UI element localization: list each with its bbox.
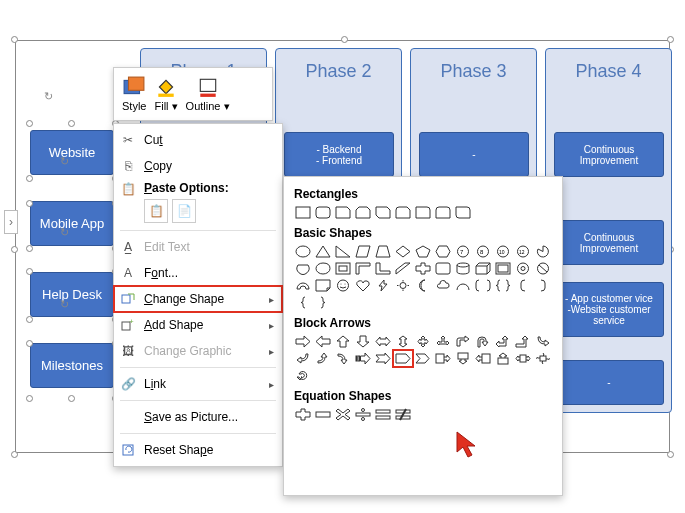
menu-add-shape[interactable]: +Add Shape▸ (114, 312, 282, 338)
shape-donut[interactable] (514, 261, 532, 276)
shape-arrow-circular[interactable] (294, 368, 312, 383)
shape-arrow-leftright[interactable] (374, 334, 392, 349)
shape-can[interactable] (454, 261, 472, 276)
style-button[interactable]: Style (122, 76, 146, 112)
shape-arrow-down-callout[interactable] (454, 351, 472, 366)
shape-snip-round[interactable] (394, 205, 412, 220)
shape-right-brace[interactable] (314, 295, 332, 310)
cell-continuous-2[interactable]: Continuous Improvement (554, 220, 664, 265)
menu-font[interactable]: AFont... (114, 260, 282, 286)
shape-right-bracket[interactable] (534, 278, 552, 293)
shape-arrow-right[interactable] (294, 334, 312, 349)
shape-arrow-up[interactable] (334, 334, 352, 349)
menu-copy[interactable]: ⎘Copy (114, 153, 282, 179)
cell-service[interactable]: - App customer vice -Website customer se… (554, 282, 664, 337)
shape-cloud[interactable] (434, 278, 452, 293)
shape-arrow-down[interactable] (354, 334, 372, 349)
shape-half-frame[interactable] (354, 261, 372, 276)
shape-plaque[interactable] (434, 261, 452, 276)
shape-chord[interactable] (294, 261, 312, 276)
shape-hexagon[interactable] (434, 244, 452, 259)
shape-arrow-quad[interactable] (414, 334, 432, 349)
rotate-handle[interactable]: ↻ (60, 155, 72, 167)
shape-divide[interactable] (354, 407, 372, 422)
paste-option-2[interactable]: 📄 (172, 199, 196, 223)
shape-sun[interactable] (394, 278, 412, 293)
shape-dodecagon[interactable]: 12 (514, 244, 532, 259)
menu-reset-shape[interactable]: Reset Shape (114, 437, 282, 463)
shape-trapezoid[interactable] (374, 244, 392, 259)
shape-round-single[interactable] (414, 205, 432, 220)
shape-arrow-quad-callout[interactable] (534, 351, 552, 366)
sel-handle[interactable] (68, 120, 75, 127)
sel-handle[interactable] (341, 36, 348, 43)
shape-snip-single[interactable] (334, 205, 352, 220)
shape-bevel[interactable] (494, 261, 512, 276)
shape-arrow-left-callout[interactable] (474, 351, 492, 366)
shape-arrow-curved-right[interactable] (534, 334, 552, 349)
cell-dash[interactable]: - (419, 132, 529, 177)
shape-arrow-chevron[interactable] (414, 351, 432, 366)
cell-continuous-1[interactable]: Continuous Improvement (554, 132, 664, 177)
sel-handle[interactable] (26, 200, 33, 207)
shape-equal[interactable] (374, 407, 392, 422)
shape-arrow-curved-down[interactable] (334, 351, 352, 366)
shape-diag-stripe[interactable] (394, 261, 412, 276)
shape-arrow-updown[interactable] (394, 334, 412, 349)
shape-arrow-pentagon[interactable] (394, 351, 412, 366)
paste-option-1[interactable]: 📋 (144, 199, 168, 223)
sel-handle[interactable] (26, 245, 33, 252)
rotate-handle[interactable]: ↻ (60, 298, 72, 310)
shape-cube[interactable] (474, 261, 492, 276)
side-labels-group[interactable]: Website Mobile App Help Desk Milestones (30, 130, 114, 414)
shape-round-same[interactable] (434, 205, 452, 220)
sel-handle[interactable] (11, 246, 18, 253)
shape-block-arc[interactable] (294, 278, 312, 293)
shape-round-diag[interactable] (454, 205, 472, 220)
menu-link[interactable]: 🔗Link▸ (114, 371, 282, 397)
expand-tab[interactable]: › (4, 210, 18, 234)
side-item-milestones[interactable]: Milestones (30, 343, 114, 388)
shape-arrow-striped[interactable] (354, 351, 372, 366)
sel-handle[interactable] (26, 395, 33, 402)
fill-button[interactable]: Fill ▾ (154, 76, 177, 113)
sel-handle[interactable] (68, 395, 75, 402)
sel-handle[interactable] (11, 451, 18, 458)
menu-change-shape[interactable]: Change Shape▸ (114, 286, 282, 312)
shape-arrow-curved-left[interactable] (294, 351, 312, 366)
shape-pentagon[interactable] (414, 244, 432, 259)
shape-snip-same[interactable] (354, 205, 372, 220)
shape-double-bracket[interactable] (474, 278, 492, 293)
shape-plus[interactable] (294, 407, 312, 422)
menu-cut[interactable]: ✂Cut (114, 127, 282, 153)
shape-right-triangle[interactable] (334, 244, 352, 259)
shape-teardrop[interactable] (314, 261, 332, 276)
shape-oval[interactable] (294, 244, 312, 259)
shape-smiley[interactable] (334, 278, 352, 293)
outline-button[interactable]: Outline ▾ (186, 76, 230, 113)
sel-handle[interactable] (26, 120, 33, 127)
shape-no-symbol[interactable] (534, 261, 552, 276)
menu-save-picture[interactable]: Save as Picture... (114, 404, 282, 430)
shape-left-brace[interactable] (294, 295, 312, 310)
shape-rectangle[interactable] (294, 205, 312, 220)
shape-l-shape[interactable] (374, 261, 392, 276)
cell-backend[interactable]: - Backend - Frontend (284, 132, 394, 177)
shape-folded-corner[interactable] (314, 278, 332, 293)
shape-diamond[interactable] (394, 244, 412, 259)
shape-octagon[interactable]: 8 (474, 244, 492, 259)
shape-pie[interactable] (534, 244, 552, 259)
shape-parallelogram[interactable] (354, 244, 372, 259)
shape-heptagon[interactable]: 7 (454, 244, 472, 259)
rotate-handle[interactable]: ↻ (60, 226, 72, 238)
shape-arrow-lr-callout[interactable] (514, 351, 532, 366)
sel-handle[interactable] (667, 36, 674, 43)
sel-handle[interactable] (26, 316, 33, 323)
shape-frame[interactable] (334, 261, 352, 276)
shape-lightning[interactable] (374, 278, 392, 293)
shape-cross[interactable] (414, 261, 432, 276)
sel-handle[interactable] (26, 268, 33, 275)
shape-double-brace[interactable] (494, 278, 512, 293)
sel-handle[interactable] (26, 340, 33, 347)
cell-dash-4[interactable]: - (554, 360, 664, 405)
